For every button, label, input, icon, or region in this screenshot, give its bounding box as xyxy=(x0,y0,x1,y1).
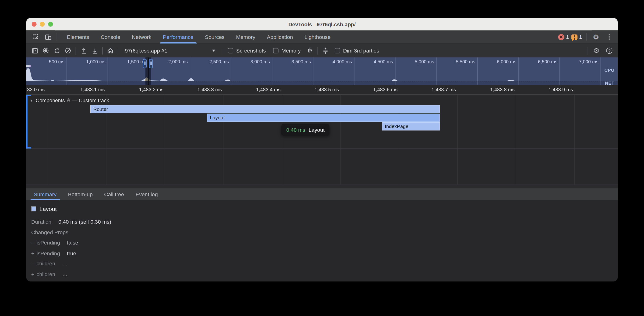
settings-gear-icon[interactable]: ⚙ xyxy=(591,32,602,42)
ruler-tick-label: 1,483.6 ms xyxy=(360,86,398,92)
ruler-tick-label: 1,483.1 ms xyxy=(67,86,105,92)
performance-toolbar: 97r6ql.csb.app #1 Screenshots Memory xyxy=(26,44,618,57)
checkbox-icon xyxy=(228,48,233,53)
summary-prop-row: + children … xyxy=(31,269,618,280)
details-tabbar: Summary Bottom-up Call tree Event log xyxy=(26,188,618,200)
collapse-tracks-icon[interactable] xyxy=(320,46,331,55)
ruler-tick-label: 1,483.8 ms xyxy=(477,86,515,92)
load-profile-icon[interactable] xyxy=(78,46,89,55)
tab-event-log[interactable]: Event log xyxy=(130,188,164,200)
toggle-sidebar-icon[interactable] xyxy=(30,46,40,55)
ruler-tick-label: 1,483.3 ms xyxy=(184,86,222,92)
tab-console[interactable]: Console xyxy=(95,30,126,44)
inspect-element-icon[interactable] xyxy=(30,32,41,42)
separator xyxy=(57,33,57,41)
tabbar-right: 1 1 ⚙ ⋮ xyxy=(558,30,618,44)
tab-lighthouse[interactable]: Lighthouse xyxy=(299,30,336,44)
flame-bar-router[interactable]: Router xyxy=(90,105,440,113)
dropdown-arrow-icon xyxy=(212,50,215,52)
separator xyxy=(318,47,318,54)
network-lane xyxy=(26,81,618,85)
tab-network[interactable]: Network xyxy=(126,30,157,44)
separator xyxy=(76,47,76,54)
selection-left-handle[interactable] xyxy=(143,59,147,68)
ruler-tick-label: 1,483.7 ms xyxy=(418,86,456,92)
ruler-tick-label: 1,483.5 ms xyxy=(301,86,339,92)
ruler-tick-label: 1,483.4 ms xyxy=(243,86,280,92)
panel-tabs: Elements Console Network Performance Sou… xyxy=(61,30,336,44)
minimize-window-button[interactable] xyxy=(40,22,45,27)
track-focus-bracket xyxy=(26,95,28,148)
flame-bar-layout[interactable]: Layout xyxy=(207,114,440,122)
summary-prop-row: – children … xyxy=(31,259,618,269)
screenshots-checkbox[interactable]: Screenshots xyxy=(224,48,269,54)
flame-bar-indexpage[interactable]: IndexPage xyxy=(382,122,440,131)
ruler-tick-label: 33.0 ms xyxy=(27,86,56,92)
selection-line xyxy=(148,57,148,85)
tab-application[interactable]: Application xyxy=(261,30,298,44)
horizontal-scroll-track[interactable] xyxy=(26,185,618,188)
tab-elements[interactable]: Elements xyxy=(61,30,95,44)
capture-settings-gear-icon[interactable]: ⚙ xyxy=(592,46,602,55)
devtools-tabbar: Elements Console Network Performance Sou… xyxy=(26,30,618,44)
help-icon[interactable]: ? xyxy=(604,46,614,55)
target-selector-dropdown[interactable]: 97r6ql.csb.app #1 xyxy=(121,48,220,54)
close-window-button[interactable] xyxy=(32,22,36,27)
error-count: 1 xyxy=(566,34,569,40)
issue-icon xyxy=(571,34,577,40)
clear-icon[interactable] xyxy=(63,46,73,55)
tab-bottom-up[interactable]: Bottom-up xyxy=(62,188,98,200)
flame-tooltip: 0.40 ms Layout xyxy=(282,124,330,136)
checkbox-icon xyxy=(273,48,278,53)
traffic-lights xyxy=(32,18,53,30)
console-errors-badge[interactable]: 1 xyxy=(558,34,569,40)
home-icon[interactable] xyxy=(105,46,116,55)
summary-panel: Layout Duration 0.40 ms (self 0.30 ms) C… xyxy=(26,200,618,282)
track-collapse-arrow[interactable]: ▼ xyxy=(30,98,33,102)
window-title: DevTools - 97r6ql.csb.app/ xyxy=(288,21,356,27)
tab-sources[interactable]: Sources xyxy=(199,30,230,44)
checkbox-icon xyxy=(335,48,340,53)
issues-badge[interactable]: 1 xyxy=(571,34,582,40)
tooltip-duration: 0.40 ms xyxy=(286,127,305,133)
collect-garbage-icon[interactable] xyxy=(305,46,315,55)
issue-count: 1 xyxy=(579,34,582,40)
tooltip-label: Layout xyxy=(308,127,324,133)
summary-changed-props-row: Changed Props xyxy=(31,227,618,238)
summary-prop-row: + isPending true xyxy=(31,248,618,259)
event-color-swatch xyxy=(31,206,36,211)
reload-and-record-icon[interactable] xyxy=(52,46,62,55)
selection-right-handle[interactable] xyxy=(149,59,153,68)
cpu-activity-chart xyxy=(26,67,618,81)
tab-performance[interactable]: Performance xyxy=(157,30,199,44)
track-separator xyxy=(26,149,618,149)
tab-summary[interactable]: Summary xyxy=(28,188,62,200)
tab-memory[interactable]: Memory xyxy=(230,30,261,44)
titlebar: DevTools - 97r6ql.csb.app/ xyxy=(26,18,618,30)
ruler-tick-label: 1,483.2 ms xyxy=(126,86,164,92)
timeline-overview[interactable]: 500 ms 1,000 ms 1,500 ms 2,000 ms 2,500 … xyxy=(26,57,618,85)
dim-3rd-parties-checkbox[interactable]: Dim 3rd parties xyxy=(332,48,382,54)
separator xyxy=(118,47,118,54)
device-toolbar-icon[interactable] xyxy=(43,32,54,42)
tab-call-tree[interactable]: Call tree xyxy=(98,188,130,200)
summary-duration-row: Duration 0.40 ms (self 0.30 ms) xyxy=(31,217,618,227)
flame-chart[interactable]: ▼ Components ⚛ — Custom track Router Lay… xyxy=(26,95,618,188)
separator xyxy=(587,47,588,54)
components-track-header[interactable]: ▼ Components ⚛ — Custom track xyxy=(30,97,109,103)
screen: DevTools - 97r6ql.csb.app/ xyxy=(0,0,644,316)
zoom-window-button[interactable] xyxy=(48,22,53,27)
kebab-menu-icon[interactable]: ⋮ xyxy=(604,32,615,42)
save-profile-icon[interactable] xyxy=(90,46,100,55)
summary-prop-row: – isPending false xyxy=(31,238,618,248)
memory-checkbox[interactable]: Memory xyxy=(270,48,304,54)
summary-title-row: Layout xyxy=(31,206,618,212)
error-icon xyxy=(558,34,564,40)
separator xyxy=(102,47,103,54)
tabbar-left-icons xyxy=(26,30,61,44)
separator xyxy=(222,47,222,54)
record-icon[interactable] xyxy=(40,46,51,55)
devtools-window: DevTools - 97r6ql.csb.app/ xyxy=(26,18,618,282)
target-selector-value: 97r6ql.csb.app #1 xyxy=(125,48,167,54)
net-lane-label: NET xyxy=(605,80,614,85)
